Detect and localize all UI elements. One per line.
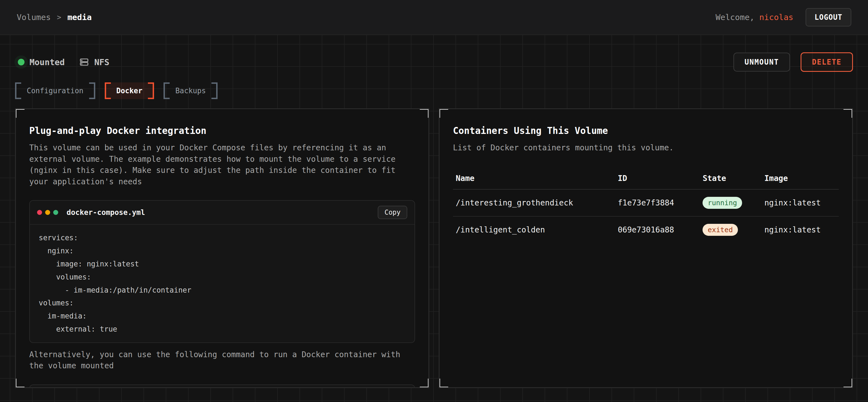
corner-bracket-icon <box>420 379 429 388</box>
docker-panel-title: Plug-and-play Docker integration <box>29 125 415 136</box>
docker-panel-description: This volume can be used in your Docker C… <box>29 142 415 187</box>
server-stack-icon <box>79 57 89 67</box>
window-dot-red-icon <box>37 210 42 215</box>
status-row: Mounted NFS UNMOUNT DELETE <box>15 52 853 72</box>
table-row: /intelligent_colden 069e73016a88 exited … <box>453 216 839 243</box>
corner-bracket-icon <box>843 379 853 388</box>
compose-code-content: services: nginx: image: nginx:latest vol… <box>30 225 414 342</box>
welcome-text: Welcome, nicolas <box>716 12 793 22</box>
corner-bracket-icon <box>843 108 853 118</box>
column-header-image: Image <box>762 174 839 183</box>
compose-code-block: docker-compose.yml Copy services: nginx:… <box>29 200 415 343</box>
container-name: /intelligent_colden <box>453 225 615 234</box>
tabs: Configuration Docker Backups <box>15 82 853 99</box>
compose-filename: docker-compose.yml <box>67 208 145 216</box>
container-state: exited <box>700 224 762 236</box>
volume-status-group: Mounted NFS <box>15 57 110 67</box>
corner-bracket-icon <box>439 379 448 388</box>
container-name: /interesting_grothendieck <box>453 198 615 207</box>
breadcrumb-current-volume: media <box>67 12 92 22</box>
window-dots-icon <box>37 210 58 215</box>
driver-label: NFS <box>94 57 109 67</box>
breadcrumb-separator: > <box>57 13 61 22</box>
column-header-name: Name <box>453 174 615 183</box>
panels: Plug-and-play Docker integration This vo… <box>15 108 853 388</box>
tab-configuration[interactable]: Configuration <box>15 82 95 99</box>
containers-panel-description: List of Docker containers mounting this … <box>453 142 839 154</box>
driver-status: NFS <box>79 57 109 67</box>
window-dot-yellow-icon <box>45 210 50 215</box>
welcome-prefix: Welcome, <box>716 12 760 22</box>
window-dot-green-icon <box>53 210 58 215</box>
docker-integration-panel: Plug-and-play Docker integration This vo… <box>15 108 429 388</box>
mounted-status: Mounted <box>18 57 65 67</box>
cli-intro-text: Alternatively, you can use the following… <box>29 349 415 372</box>
containers-panel: Containers Using This Volume List of Doc… <box>439 108 853 388</box>
corner-bracket-icon <box>439 108 448 118</box>
containers-table: Name ID State Image /interesting_grothen… <box>453 170 839 243</box>
corner-bracket-icon <box>420 108 429 118</box>
compose-copy-button[interactable]: Copy <box>378 206 407 219</box>
status-badge: exited <box>703 224 738 236</box>
container-image: nginx:latest <box>762 198 839 207</box>
corner-bracket-icon <box>15 379 25 388</box>
compose-code-header: docker-compose.yml Copy <box>30 201 414 225</box>
status-badge: running <box>703 197 742 209</box>
containers-panel-title: Containers Using This Volume <box>453 125 839 136</box>
cli-code-block: CLI one-liner Copy docker run -v im-medi… <box>29 384 415 388</box>
unmount-button[interactable]: UNMOUNT <box>734 53 790 72</box>
container-state: running <box>700 197 762 209</box>
breadcrumb: Volumes > media <box>17 12 92 22</box>
username: nicolas <box>760 12 793 22</box>
column-header-state: State <box>700 174 762 183</box>
container-id: 069e73016a88 <box>615 225 700 234</box>
tab-backups[interactable]: Backups <box>163 82 218 99</box>
breadcrumb-volumes-link[interactable]: Volumes <box>17 12 51 22</box>
container-image: nginx:latest <box>762 225 839 234</box>
cli-code-header: CLI one-liner Copy <box>30 385 414 388</box>
volume-actions: UNMOUNT DELETE <box>734 52 853 72</box>
main-content: Mounted NFS UNMOUNT DELETE Configuration <box>0 35 868 402</box>
topbar: Volumes > media Welcome, nicolas LOGOUT <box>0 0 868 35</box>
table-row: /interesting_grothendieck f1e73e7f3884 r… <box>453 190 839 216</box>
mounted-status-label: Mounted <box>30 57 65 67</box>
mounted-status-dot <box>18 59 25 65</box>
topbar-right: Welcome, nicolas LOGOUT <box>716 8 851 27</box>
column-header-id: ID <box>615 174 700 183</box>
tab-docker[interactable]: Docker <box>105 82 154 99</box>
containers-table-header: Name ID State Image <box>453 170 839 190</box>
container-id: f1e73e7f3884 <box>615 198 700 207</box>
delete-button[interactable]: DELETE <box>801 52 853 72</box>
corner-bracket-icon <box>15 108 25 118</box>
logout-button[interactable]: LOGOUT <box>806 8 851 27</box>
